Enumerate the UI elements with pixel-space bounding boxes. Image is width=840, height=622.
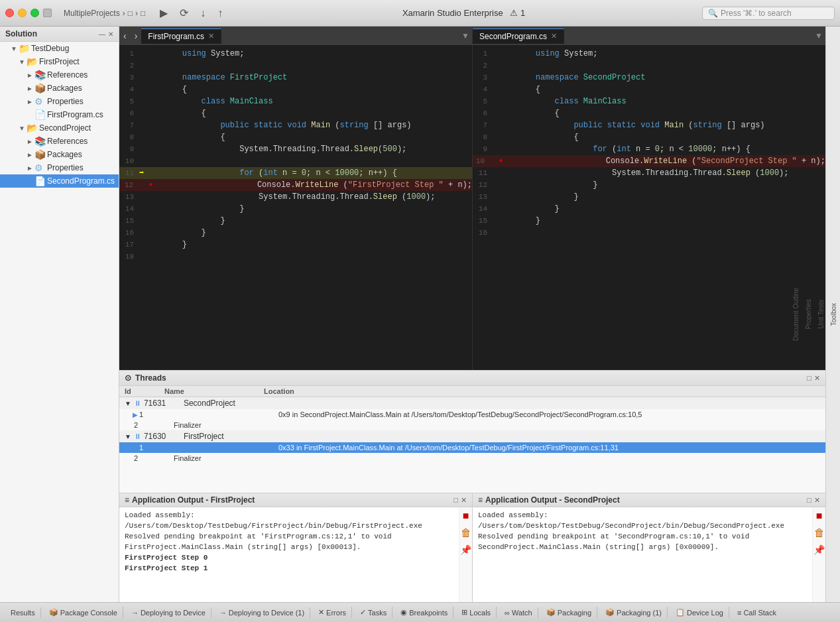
sidebar-item-secondproject[interactable]: ▼ 📂 SecondProject <box>0 121 119 135</box>
tab-close-icon[interactable]: ✕ <box>551 32 557 40</box>
breadcrumb-sep: › <box>123 9 125 18</box>
output-red-stop-icon[interactable]: ■ <box>463 510 469 522</box>
breadcrumb-item2[interactable]: □ <box>141 9 145 18</box>
output-clear-icon[interactable]: 🗑 <box>461 527 471 539</box>
code-editor-left[interactable]: 1 using System; 2 3 namespace FirstProje… <box>119 45 472 370</box>
sidebar-minimize-btn[interactable]: — <box>99 31 105 38</box>
step-into-button[interactable]: ↓ <box>198 6 208 21</box>
thread-row[interactable]: 2 Finalizer <box>119 420 825 430</box>
sidebar-item-label: Properties <box>47 97 84 106</box>
code-line: 5 class MainClass <box>473 95 825 107</box>
output-red-stop-icon2[interactable]: ■ <box>816 510 823 522</box>
threads-icon: ⊙ <box>125 373 131 383</box>
output-pin-icon2[interactable]: 📌 <box>813 544 825 555</box>
sidebar-item-testdebug[interactable]: ▼ 📁 TestDebug <box>0 42 119 55</box>
threads-title: Threads <box>135 373 166 383</box>
sidebar-item-firstproject[interactable]: ▼ 📂 FirstProject <box>0 55 119 68</box>
panel-min-btn[interactable]: □ <box>807 374 811 383</box>
status-locals[interactable]: ⊞ Locals <box>456 607 497 618</box>
thread-group-header[interactable]: ▼ ⏸ 71630 FirstProject <box>119 430 825 442</box>
play-button[interactable]: ▶ <box>157 5 170 21</box>
thread-row[interactable]: 2 Finalizer <box>119 453 825 464</box>
code-line: 16 } <box>119 227 472 239</box>
breadcrumb-item[interactable]: □ <box>128 9 133 18</box>
output-min-btn2[interactable]: □ <box>807 496 811 505</box>
status-packaging2[interactable]: 📦 Packaging (1) <box>600 607 668 618</box>
nav-back-btn[interactable]: ‹ <box>119 28 131 44</box>
expand-arrow: ► <box>27 98 34 105</box>
thread-location: 0x9 in SecondProject.MainClass.Main at /… <box>278 410 820 418</box>
output-clear-icon2[interactable]: 🗑 <box>814 527 825 539</box>
thread-group-header[interactable]: ▼ ⏸ 71631 SecondProject <box>119 397 825 409</box>
output-panel-first-header: ≡ Application Output - FirstProject □ ✕ <box>119 493 472 507</box>
properties-tab[interactable]: Properties <box>804 294 815 335</box>
tab-firstprogram[interactable]: FirstProgram.cs ✕ <box>141 29 221 44</box>
thread-row-selected[interactable]: ▶ 1 0x33 in FirstProject.MainClass.Main … <box>119 442 825 453</box>
sidebar-item-references2[interactable]: ► 📚 References <box>0 135 119 148</box>
stop-button[interactable] <box>43 9 52 17</box>
sidebar-item-packages2[interactable]: ► 📦 Packages <box>0 148 119 161</box>
sidebar-item-label: SecondProject <box>39 123 91 133</box>
status-tasks[interactable]: ✓ Tasks <box>355 607 392 618</box>
code-line: 2 <box>119 60 472 72</box>
output-min-btn[interactable]: □ <box>453 496 458 505</box>
output-close-btn[interactable]: ✕ <box>461 496 467 505</box>
toolbox-tab[interactable]: Toolbox <box>829 298 840 331</box>
step-out-button[interactable]: ↑ <box>215 6 225 21</box>
status-deploying[interactable]: → Deploying to Device <box>126 607 211 618</box>
search-box[interactable]: 🔍 Press '⌘.' to search <box>702 7 835 20</box>
status-call-stack[interactable]: ≡ Call Stack <box>732 607 782 618</box>
sidebar-close-btn[interactable]: ✕ <box>108 31 113 38</box>
panel-close-btn[interactable]: ✕ <box>814 374 820 383</box>
code-line: 9 System.Threading.Thread.Sleep(500); <box>119 143 472 155</box>
unit-tests-tab[interactable]: Unit Tests <box>816 294 827 334</box>
sidebar-item-secondprogram[interactable]: 📄 SecondProgram.cs <box>0 174 119 188</box>
sidebar-item-properties2[interactable]: ► ⚙ Properties <box>0 161 119 174</box>
output-close-btn2[interactable]: ✕ <box>814 496 820 505</box>
document-outline-tab[interactable]: Document Outline <box>791 282 802 346</box>
status-breakpoints[interactable]: ◉ Breakpoints <box>395 607 453 618</box>
status-results[interactable]: Results <box>5 607 41 618</box>
sidebar-item-label: Properties <box>47 163 84 172</box>
sidebar-item-references[interactable]: ► 📚 References <box>0 68 119 82</box>
expand-arrow: ► <box>27 138 34 145</box>
tab-close-icon[interactable]: ✕ <box>208 32 214 40</box>
output-content-second[interactable]: Loaded assembly: /Users/tom/Desktop/Test… <box>473 507 812 602</box>
sidebar-item-packages[interactable]: ► 📦 Packages <box>0 82 119 95</box>
code-editor-right[interactable]: 1 using System; 2 3 namespace SecondProj… <box>473 45 825 370</box>
nav-fwd-btn[interactable]: › <box>131 28 142 44</box>
status-device-log[interactable]: 📋 Device Log <box>670 607 729 618</box>
expand-arrow: ▼ <box>11 45 19 52</box>
thread-id: 1 <box>139 444 179 452</box>
close-button[interactable] <box>5 9 14 17</box>
errors-icon: ✕ <box>318 608 324 617</box>
sidebar-item-firstprogram[interactable]: 📄 FirstProgram.cs <box>0 108 119 121</box>
thread-row[interactable]: ▶ 1 0x9 in SecondProject.MainClass.Main … <box>119 409 825 420</box>
tab-bar-left: ‹ › FirstProgram.cs ✕ ▼ <box>119 27 472 45</box>
maximize-button[interactable] <box>30 9 39 17</box>
minimize-button[interactable] <box>18 9 27 17</box>
packages-icon: 📦 <box>34 83 45 93</box>
code-line: 14 } <box>119 203 472 215</box>
code-line: 18 <box>119 251 472 263</box>
deploying-icon: → <box>131 609 139 617</box>
expand-arrow: ▼ <box>19 58 27 66</box>
tab-secondprogram[interactable]: SecondProgram.cs ✕ <box>473 29 564 44</box>
tab-dropdown-btn[interactable]: ▼ <box>459 29 472 43</box>
status-package-console[interactable]: 📦 Package Console <box>44 607 123 618</box>
tab-dropdown-btn[interactable]: ▼ <box>812 29 825 43</box>
thread-group-name: SecondProject <box>184 399 283 408</box>
expand-arrow: ► <box>27 151 34 158</box>
status-deploying2[interactable]: → Deploying to Device (1) <box>214 607 310 618</box>
output-pin-icon[interactable]: 📌 <box>460 544 471 555</box>
status-errors[interactable]: ✕ Errors <box>313 607 352 618</box>
status-packaging[interactable]: 📦 Packaging <box>541 607 597 618</box>
sidebar-item-properties[interactable]: ► ⚙ Properties <box>0 95 119 108</box>
thread-location: 0x33 in FirstProject.MainClass.Main at /… <box>278 444 820 452</box>
package-console-icon: 📦 <box>49 608 58 617</box>
thread-group-id: 71631 <box>144 399 184 408</box>
thread-arrow-icon: ▶ <box>133 411 138 418</box>
output-content-first[interactable]: Loaded assembly: /Users/tom/Desktop/Test… <box>119 507 459 602</box>
status-watch[interactable]: ∞ Watch <box>499 607 538 618</box>
step-over-button[interactable]: ⟳ <box>177 5 191 21</box>
